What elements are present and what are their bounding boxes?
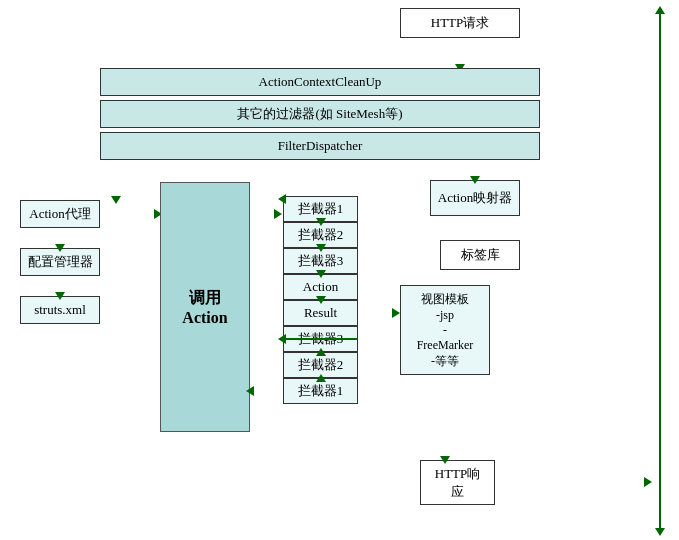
action-context-cleanup-box: ActionContextCleanUp [100, 68, 540, 96]
right-axis [659, 10, 661, 530]
http-request-label: HTTP请求 [431, 14, 490, 32]
result-int3bot-line [0, 533, 2, 540]
interceptor3-top-label: 拦截器3 [298, 252, 344, 270]
http-request-box: HTTP请求 [400, 8, 520, 38]
int3-to-action-arrowhead [316, 270, 326, 278]
view-template-label: 视图模板 -jsp - FreeMarker -等等 [417, 291, 474, 370]
struts-xml-label: struts.xml [34, 302, 86, 318]
config-manager-box: 配置管理器 [20, 248, 100, 276]
int1-int2-line [0, 429, 2, 455]
action-result-line [0, 507, 2, 533]
proxy-to-config-v [0, 70, 2, 90]
int1bot-to-invoke-arrowhead [246, 386, 254, 396]
view-to-response-arrowhead [440, 456, 450, 464]
axis-up-arrow [655, 6, 665, 14]
action-to-result-arrowhead [316, 296, 326, 304]
result-to-view-arrowhead [392, 308, 400, 318]
interceptor3-bot-arrow-h [0, 116, 20, 118]
int2-to-int3-arrowhead [316, 244, 326, 252]
config-to-struts-v [0, 90, 2, 110]
int3-action-line [0, 481, 2, 507]
interceptor2-bot-label: 拦截器2 [298, 356, 344, 374]
fd-to-mapper-v [0, 118, 2, 138]
result-label: Result [304, 305, 337, 321]
action-context-cleanup-label: ActionContextCleanUp [259, 74, 382, 90]
http-response-label: HTTP响 应 [435, 465, 481, 501]
tag-library-label: 标签库 [461, 246, 500, 264]
response-to-axis-arrowhead [644, 477, 652, 487]
action-mapper-label: Action映射器 [438, 189, 512, 207]
interceptor1-top-label: 拦截器1 [298, 200, 344, 218]
interceptor1-bot-label: 拦截器1 [298, 382, 344, 400]
invoke-to-interceptors-arrowhead [274, 209, 282, 219]
interceptor2-top-label: 拦截器2 [298, 226, 344, 244]
axis-down-arrow [655, 528, 665, 536]
http-response-box: HTTP响 应 [420, 460, 495, 505]
invoke-action-box: 调用 Action [160, 182, 250, 432]
fd-to-proxy-arrowhead [111, 196, 121, 204]
fd-to-mapper-arrowhead [470, 176, 480, 184]
filter-dispatcher-label: FilterDispatcher [278, 138, 362, 154]
struts-xml-box: struts.xml [20, 296, 100, 324]
proxy-to-config-arrowhead [55, 244, 65, 252]
action-proxy-label: Action代理 [29, 205, 90, 223]
http-req-arrow-v [0, 0, 2, 30]
view-to-response-v [0, 138, 2, 223]
mapper-left-arrowhead [278, 194, 286, 204]
config-manager-label: 配置管理器 [28, 253, 93, 271]
tag-library-box: 标签库 [440, 240, 520, 270]
return-v-left [0, 367, 2, 427]
int1-to-int2-arrowhead [316, 218, 326, 226]
diagram: HTTP请求 ActionContextCleanUp 其它的过滤器(如 Sit… [0, 0, 679, 540]
invoke-action-label: 调用 Action [182, 288, 227, 327]
action-proxy-box: Action代理 [20, 200, 100, 228]
config-to-struts-arrowhead [55, 292, 65, 300]
filter-dispatcher-box: FilterDispatcher [100, 132, 540, 160]
fd-to-proxy-v [0, 30, 2, 70]
view-template-box: 视图模板 -jsp - FreeMarker -等等 [400, 285, 490, 375]
action-label: Action [303, 279, 338, 295]
other-filters-box: 其它的过滤器(如 SiteMesh等) [100, 100, 540, 128]
request-through-filters-v [0, 225, 2, 365]
action-mapper-box: Action映射器 [430, 180, 520, 216]
int2-int3-line [0, 455, 2, 481]
int2bot-to-int1bot-arrowhead [316, 374, 326, 382]
other-filters-label: 其它的过滤器(如 SiteMesh等) [237, 105, 402, 123]
int3bot-to-int2bot-arrowhead [316, 348, 326, 356]
mapper-left-h [0, 365, 72, 367]
interceptor3-bot-arrow-h2 [283, 338, 358, 340]
